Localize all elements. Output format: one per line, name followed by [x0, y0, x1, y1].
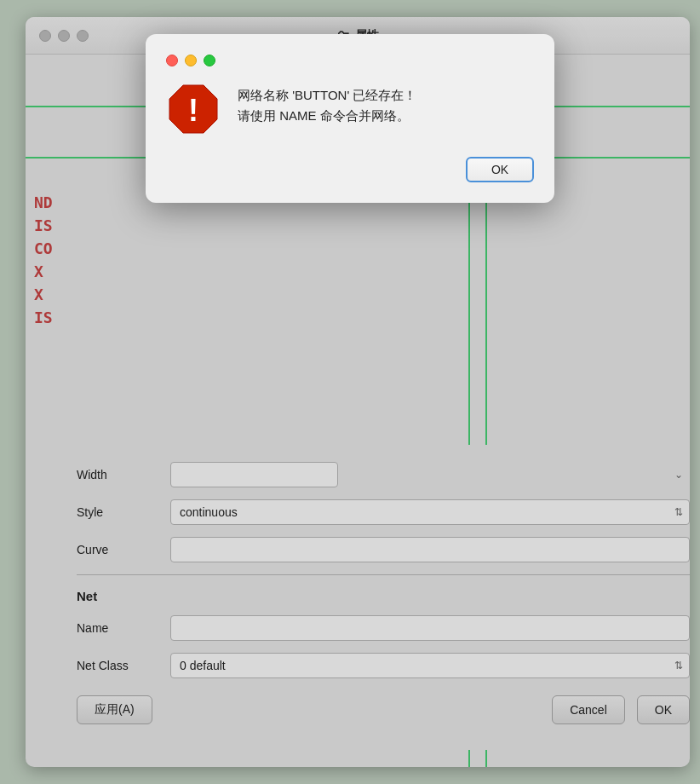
alert-overlay: ! 网络名称 'BUTTON' 已经存在！ 请使用 NAME 命令合并网络。 O…: [0, 0, 700, 784]
alert-dialog: ! 网络名称 'BUTTON' 已经存在！ 请使用 NAME 命令合并网络。 O…: [146, 34, 554, 203]
alert-close-dot[interactable]: [166, 55, 178, 66]
alert-footer: OK: [166, 157, 534, 182]
alert-warning-icon: !: [166, 82, 221, 136]
alert-min-dot[interactable]: [185, 55, 197, 66]
alert-ok-button[interactable]: OK: [466, 157, 534, 182]
alert-titlebar: [166, 55, 534, 66]
alert-max-dot[interactable]: [204, 55, 215, 66]
alert-window-controls: [166, 55, 215, 66]
alert-body: ! 网络名称 'BUTTON' 已经存在！ 请使用 NAME 命令合并网络。: [166, 82, 534, 136]
alert-message: 网络名称 'BUTTON' 已经存在！ 请使用 NAME 命令合并网络。: [238, 82, 416, 126]
alert-message-line1: 网络名称 'BUTTON' 已经存在！: [238, 85, 416, 106]
svg-text:!: !: [188, 93, 198, 128]
alert-message-line2: 请使用 NAME 命令合并网络。: [238, 106, 416, 126]
